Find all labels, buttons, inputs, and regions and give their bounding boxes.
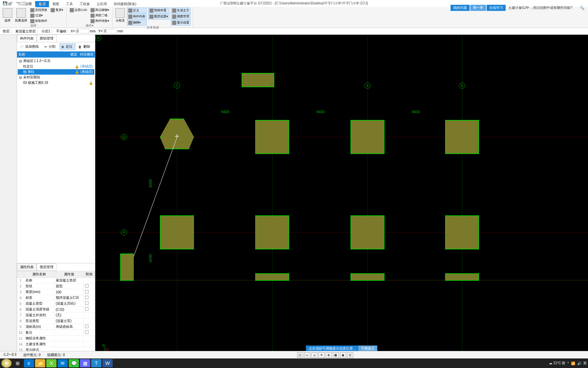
status-btn-4[interactable]: ✕ <box>318 352 325 358</box>
ribbon-filter[interactable]: 过滤▾ <box>29 13 48 18</box>
status-btn-1[interactable]: ◫ <box>297 352 303 358</box>
ribbon-define[interactable]: 定义 <box>127 7 147 13</box>
qat-icon[interactable]: ⊞ <box>39 1 44 5</box>
offset-select[interactable]: 不偏移 <box>55 29 68 34</box>
taskbar-edge-icon[interactable]: e <box>24 359 34 367</box>
qat-save-icon[interactable]: 💾 <box>3 1 7 5</box>
ribbon-gen-soil[interactable]: 生成土方 <box>171 7 191 13</box>
tree-floor[interactable]: ⊟ 基础层 (-1.2~-0.3) <box>18 58 94 64</box>
property-row[interactable]: 2形状面型 <box>17 283 95 289</box>
taskbar-search-icon[interactable]: ⊞ <box>13 359 23 367</box>
toolbar-add[interactable]: 📄添加图纸 <box>18 43 42 50</box>
tray-ime-icon[interactable]: 英 <box>583 361 587 366</box>
pad-r2-c2 <box>350 215 385 249</box>
property-row[interactable]: 7混凝土外加剂(无) <box>17 312 95 318</box>
toolbar-delete[interactable]: 🗑删除 <box>77 43 93 50</box>
ribbon-convert[interactable]: 构件转换▾ <box>89 18 110 24</box>
qat-icon[interactable]: Σ <box>33 1 38 5</box>
axis-3-rect: 3 <box>242 73 274 87</box>
ribbon-select[interactable]: 选择 <box>2 7 13 24</box>
property-row[interactable]: 6混凝土强度等级(C10) <box>17 307 95 312</box>
menu-cloud[interactable]: 云应用 <box>93 1 110 7</box>
status-btn-6[interactable]: ▦ <box>333 352 339 358</box>
ribbon-find[interactable]: 查找替换 <box>29 7 48 13</box>
online-badge[interactable]: 在线学习 <box>487 5 506 11</box>
ribbon-display-set[interactable]: 显示设置 <box>171 20 191 26</box>
ribbon-list[interactable]: 构件列表 <box>127 14 147 19</box>
learn-badge[interactable]: 帮一帮 <box>470 5 486 11</box>
floor-select-2[interactable]: 素混凝土垫层 <box>14 29 37 34</box>
property-row[interactable]: 3厚度(mm)100 <box>17 289 95 295</box>
ribbon-axis[interactable]: 轴网▾ <box>127 20 147 26</box>
floor-select-1[interactable]: 垫层 <box>1 29 11 34</box>
taskbar-excel-icon[interactable]: X <box>46 359 56 367</box>
ribbon-local-2d[interactable]: 局部二维 <box>89 13 110 18</box>
toolbar-locate[interactable]: ⊕定位 <box>60 43 76 50</box>
taskbar-mail-icon[interactable]: ✉ <box>58 359 68 367</box>
prop-tab-list[interactable]: 属性列表 <box>17 263 37 271</box>
favorite-badge[interactable]: 我的问题 <box>451 5 470 11</box>
taskbar-wechat-icon[interactable]: 💬 <box>69 359 79 367</box>
taskbar-app1-icon[interactable]: ▦ <box>80 359 90 367</box>
ribbon-cloudcheck[interactable]: 云检查 <box>115 7 126 24</box>
main-area: 构件列表 图纸管理 📄添加图纸 ✂分割 ⊕定位 🗑删除 名称 锁定 对应楼层 ⊟… <box>0 35 588 358</box>
status-btn-5[interactable]: ⊕ <box>326 352 332 358</box>
menu-collab[interactable]: 协同建模(限免) <box>110 1 140 7</box>
taskbar-explorer-icon[interactable]: 📁 <box>35 359 45 367</box>
hexagon-pad <box>160 119 194 149</box>
panel-tab-components[interactable]: 构件列表 <box>17 35 37 42</box>
qat-undo-icon[interactable]: ↶ <box>9 1 14 5</box>
status-btn-7[interactable]: ◉ <box>340 352 346 358</box>
tree-drawing-03[interactable]: 03 桩施工图5.19🔒 <box>18 80 94 86</box>
taskbar-app2-icon[interactable]: T <box>91 359 101 367</box>
prop-tab-layer[interactable]: 图层管理 <box>37 263 56 271</box>
search-icon[interactable]: 🔍 <box>580 6 585 10</box>
panel-tab-drawings[interactable]: 图纸管理 <box>37 35 56 42</box>
status-btn-8[interactable]: ⊡ <box>347 352 353 358</box>
toolbar-split[interactable]: ✂分割 <box>43 43 58 50</box>
qat-icon[interactable]: ⬜ <box>21 1 26 5</box>
ribbon-batch-select[interactable]: 批量选择 <box>14 7 28 24</box>
tree-pile-col[interactable]: 独 基柱🔒(基础层) <box>18 69 94 75</box>
tray-wifi-icon[interactable]: 📶 <box>571 362 575 365</box>
property-row[interactable]: 1名称素混凝土垫层 <box>17 278 95 283</box>
tray-up-icon[interactable]: ^ <box>567 362 569 365</box>
tree-unassigned[interactable]: ⊟ 未对应图纸 <box>18 75 94 80</box>
far-left-panel <box>0 35 17 358</box>
start-button[interactable] <box>1 359 12 368</box>
status-btn-2[interactable]: ▭ <box>304 352 310 358</box>
tray-volume-icon[interactable]: 🔊 <box>577 362 581 365</box>
ribbon-fit[interactable]: 拾取构件 <box>29 18 48 24</box>
y-input[interactable] <box>103 29 117 33</box>
property-row[interactable]: 8泵送类型(混凝土泵) <box>17 318 95 324</box>
quick-access-toolbar: 💾 ↶ ↷ ⬜ ▭ Σ ⊞ ≡ <box>3 1 50 5</box>
weather[interactable]: ☁ 21°C 雨 <box>549 361 565 366</box>
ribbon-view-mgmt[interactable]: 视图管理 <box>171 14 191 19</box>
property-row[interactable]: 11钢筋业务属性 <box>17 336 95 341</box>
floor-select-3[interactable]: 分层1 <box>40 29 52 34</box>
menu-view[interactable]: 视图 <box>49 1 63 7</box>
drawing-canvas[interactable]: 1 4 5 3 Q P N 8400 8400 8400 8400 4200 ✛ <box>95 35 588 358</box>
ribbon-restore[interactable]: 复原▾ <box>50 7 64 13</box>
property-row[interactable]: 5混凝土类型(混凝土20石) <box>17 301 95 307</box>
qat-icon[interactable]: ▭ <box>27 1 32 5</box>
qat-icon[interactable]: ≡ <box>46 1 50 5</box>
select-icon <box>3 8 12 18</box>
batch-select-icon <box>16 8 26 18</box>
menu-engineering[interactable]: 工程量 <box>76 1 93 7</box>
status-btn-3[interactable]: ⊿ <box>311 352 317 358</box>
ribbon-smart[interactable]: 智能布置 <box>148 7 169 13</box>
ribbon-layer-set[interactable]: 图层设置▾ <box>148 14 169 19</box>
ribbon-two-point[interactable]: 两点辅轴▾ <box>89 7 110 13</box>
property-row[interactable]: 10备注 <box>17 330 95 336</box>
taskbar-word-icon[interactable]: W <box>102 359 113 367</box>
property-row[interactable]: 14土建业务属性 <box>17 341 95 347</box>
ribbon-cad-restore[interactable]: 还原CAD <box>69 7 88 13</box>
qat-redo-icon[interactable]: ↷ <box>15 1 20 5</box>
property-row[interactable]: 9顶标高(m)基础底标高 <box>17 324 95 330</box>
tree-col-pos[interactable]: 柱定位🔒(基础层) <box>18 64 94 69</box>
property-row[interactable]: 4材质预拌混凝土C15 <box>17 295 95 301</box>
dim-8400-2: 8400 <box>316 110 325 114</box>
x-input[interactable] <box>76 29 89 33</box>
menu-tools[interactable]: 工具 <box>63 1 76 7</box>
